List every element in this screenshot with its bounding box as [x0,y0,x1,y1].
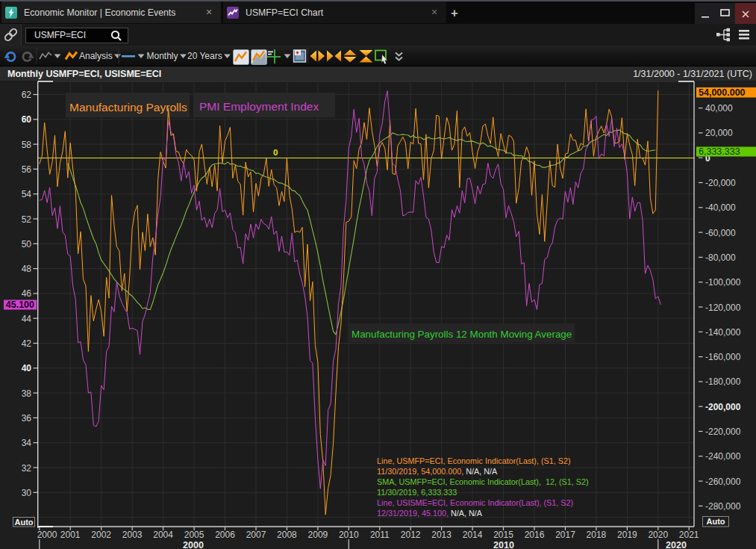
svg-text:-100,000: -100,000 [705,277,741,288]
svg-text:2010: 2010 [493,540,514,549]
svg-text:-140,000: -140,000 [705,327,741,338]
svg-text:6,333.333: 6,333.333 [699,146,740,157]
svg-text:Manufacturing Payrolls: Manufacturing Payrolls [69,101,187,114]
svg-text:34: 34 [22,438,32,448]
svg-text:32: 32 [22,463,32,474]
svg-text:45.100: 45.100 [6,300,34,310]
svg-text:2009: 2009 [308,530,328,540]
svg-text:2019: 2019 [617,530,637,540]
svg-text:2007: 2007 [246,530,266,540]
svg-text:2012: 2012 [401,530,421,540]
svg-text:2001: 2001 [60,530,81,540]
svg-text:Auto: Auto [706,517,725,526]
svg-text:2000: 2000 [37,530,57,540]
svg-text:50: 50 [22,239,32,249]
svg-text:60: 60 [22,114,32,125]
svg-text:Manufacturing Payrolls 12 Mont: Manufacturing Payrolls 12 Month Moving A… [352,329,572,340]
svg-text:38: 38 [22,388,32,399]
svg-text:2018: 2018 [587,530,607,540]
svg-text:-200,000: -200,000 [705,402,741,412]
svg-text:2015: 2015 [493,530,513,540]
svg-text:-160,000: -160,000 [705,352,741,362]
svg-text:2011: 2011 [370,530,390,540]
svg-text:2006: 2006 [215,530,235,540]
svg-text:58: 58 [22,140,32,150]
svg-text:2014: 2014 [463,530,483,540]
svg-text:2020: 2020 [666,540,687,549]
svg-text:-280,000: -280,000 [705,501,741,512]
svg-text:2002: 2002 [91,530,111,540]
svg-text:2008: 2008 [277,530,297,540]
svg-text:Line, USISME=ECI, Economic Ind: Line, USISME=ECI, Economic Indicator(Las… [377,498,573,507]
svg-text:2005: 2005 [184,530,204,540]
svg-text:-240,000: -240,000 [705,451,741,462]
svg-text:20,000: 20,000 [705,128,733,138]
svg-text:48: 48 [22,264,32,274]
svg-text:2017: 2017 [555,530,575,540]
svg-text:2020: 2020 [648,530,668,540]
svg-text:54,000.000: 54,000.000 [699,87,746,98]
svg-text:-180,000: -180,000 [705,376,741,387]
svg-text:2003: 2003 [122,530,143,540]
svg-text:11/30/2019, 6,333.333: 11/30/2019, 6,333.333 [377,488,457,497]
svg-text:-220,000: -220,000 [705,427,741,437]
svg-text:2016: 2016 [525,530,545,540]
svg-text:-40,000: -40,000 [705,202,736,213]
svg-text:2000: 2000 [183,540,204,549]
svg-text:30: 30 [22,488,32,498]
svg-text:11/30/2019, 54,000.000, N/A, N: 11/30/2019, 54,000.000, N/A, N/A [377,467,498,476]
svg-text:Analysis: Analysis [79,51,113,61]
svg-text:20 Years: 20 Years [187,51,222,61]
svg-text:-260,000: -260,000 [705,477,741,487]
svg-text:PMI Employment Index: PMI Employment Index [199,100,319,113]
svg-text:40,000: 40,000 [705,103,733,114]
svg-text:2010: 2010 [339,530,359,540]
svg-text:2004: 2004 [153,530,173,540]
svg-text:2013: 2013 [431,530,452,540]
svg-text:-120,000: -120,000 [705,303,741,313]
svg-text:-80,000: -80,000 [705,252,736,263]
svg-text:SMA, USMFP=ECI, Economic Indic: SMA, USMFP=ECI, Economic Indicator(Last)… [377,477,589,486]
svg-text:-20,000: -20,000 [705,178,736,188]
svg-text:Line, USMFP=ECI, Economic Indi: Line, USMFP=ECI, Economic Indicator(Last… [377,456,571,465]
svg-text:36: 36 [22,413,32,424]
svg-text:Monthly: Monthly [147,51,178,61]
svg-text:52: 52 [22,214,32,225]
svg-text:2021: 2021 [679,530,699,540]
svg-text:44: 44 [22,314,32,324]
svg-text:12/31/2019, 45.100, N/A, N/A: 12/31/2019, 45.100, N/A, N/A [377,509,483,518]
svg-text:56: 56 [22,164,32,175]
svg-text:-60,000: -60,000 [705,228,736,238]
svg-text:Auto: Auto [14,518,33,527]
svg-text:46: 46 [22,288,32,299]
svg-text:54: 54 [22,189,32,199]
svg-text:62: 62 [22,90,32,100]
svg-text:40: 40 [22,363,32,373]
svg-text:42: 42 [22,338,32,349]
svg-text:0: 0 [273,148,278,157]
